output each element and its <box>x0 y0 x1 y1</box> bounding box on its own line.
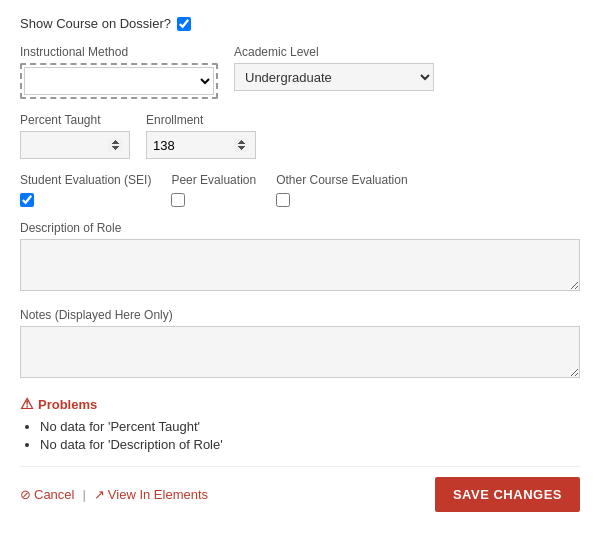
problems-section: ⚠ Problems No data for 'Percent Taught' … <box>20 395 580 452</box>
description-group: Description of Role <box>20 221 580 294</box>
student-eval-label: Student Evaluation (SEI) <box>20 173 151 187</box>
list-item: No data for 'Percent Taught' <box>40 419 580 434</box>
other-eval-label: Other Course Evaluation <box>276 173 407 187</box>
notes-textarea[interactable] <box>20 326 580 378</box>
problems-title: ⚠ Problems <box>20 395 580 413</box>
footer: ⊘ Cancel | ↗ View In Elements SAVE CHANG… <box>20 466 580 512</box>
list-item: No data for 'Description of Role' <box>40 437 580 452</box>
instructional-method-box <box>20 63 218 99</box>
footer-left: ⊘ Cancel | ↗ View In Elements <box>20 487 208 502</box>
other-eval-checkbox[interactable] <box>276 193 290 207</box>
percent-taught-input[interactable] <box>20 131 130 159</box>
save-button[interactable]: SAVE CHANGES <box>435 477 580 512</box>
show-course-row: Show Course on Dossier? <box>20 16 580 31</box>
cancel-link[interactable]: ⊘ Cancel <box>20 487 74 502</box>
enrollment-group: Enrollment <box>146 113 256 159</box>
problems-list: No data for 'Percent Taught' No data for… <box>20 419 580 452</box>
student-eval-group: Student Evaluation (SEI) <box>20 173 151 207</box>
footer-divider: | <box>82 487 85 502</box>
external-link-icon: ↗ <box>94 487 105 502</box>
show-course-checkbox[interactable] <box>177 17 191 31</box>
peer-eval-group: Peer Evaluation <box>171 173 256 207</box>
cancel-icon: ⊘ <box>20 487 31 502</box>
academic-level-group: Academic Level Undergraduate Graduate Po… <box>234 45 434 91</box>
enrollment-label: Enrollment <box>146 113 256 127</box>
evaluations-row: Student Evaluation (SEI) Peer Evaluation… <box>20 173 580 207</box>
student-eval-checkbox[interactable] <box>20 193 34 207</box>
show-course-label: Show Course on Dossier? <box>20 16 171 31</box>
other-eval-group: Other Course Evaluation <box>276 173 407 207</box>
notes-group: Notes (Displayed Here Only) <box>20 308 580 381</box>
cancel-label: Cancel <box>34 487 74 502</box>
notes-label: Notes (Displayed Here Only) <box>20 308 580 322</box>
percent-enrollment-row: Percent Taught Enrollment <box>20 113 580 159</box>
instructional-method-label: Instructional Method <box>20 45 218 59</box>
method-level-row: Instructional Method Academic Level Unde… <box>20 45 580 99</box>
academic-level-label: Academic Level <box>234 45 434 59</box>
view-label: View In Elements <box>108 487 208 502</box>
academic-level-select[interactable]: Undergraduate Graduate Postgraduate <box>234 63 434 91</box>
instructional-method-group: Instructional Method <box>20 45 218 99</box>
peer-eval-label: Peer Evaluation <box>171 173 256 187</box>
description-label: Description of Role <box>20 221 580 235</box>
percent-taught-label: Percent Taught <box>20 113 130 127</box>
description-textarea[interactable] <box>20 239 580 291</box>
enrollment-input[interactable] <box>146 131 256 159</box>
view-elements-link[interactable]: ↗ View In Elements <box>94 487 208 502</box>
problems-label: Problems <box>38 397 97 412</box>
warning-icon: ⚠ <box>20 395 33 413</box>
peer-eval-checkbox[interactable] <box>171 193 185 207</box>
instructional-method-select[interactable] <box>24 67 214 95</box>
percent-taught-group: Percent Taught <box>20 113 130 159</box>
